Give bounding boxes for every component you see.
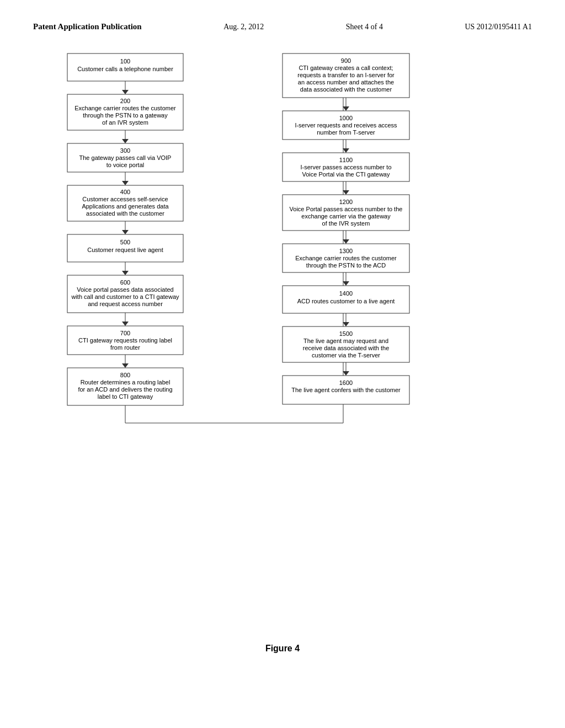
page-header: Patent Application Publication Aug. 2, 2… xyxy=(0,0,565,31)
svg-text:400: 400 xyxy=(120,189,130,195)
svg-text:The live agent may request and: The live agent may request and xyxy=(303,338,388,344)
flowchart-diagram: 100 Customer calls a telephone number 20… xyxy=(34,48,531,627)
svg-text:an access number and attaches : an access number and attaches the xyxy=(298,79,394,85)
svg-text:for an ACD and delivers the ro: for an ACD and delivers the routing xyxy=(78,386,172,393)
svg-text:1300: 1300 xyxy=(339,248,353,254)
svg-text:and request access number: and request access number xyxy=(88,301,163,307)
svg-marker-85 xyxy=(343,281,349,286)
svg-text:Exchange carrier routes the cu: Exchange carrier routes the customer xyxy=(295,255,397,261)
svg-text:Voice portal passes data assoc: Voice portal passes data associated xyxy=(77,286,174,293)
svg-text:1600: 1600 xyxy=(339,379,353,386)
svg-text:800: 800 xyxy=(120,372,130,378)
svg-text:requests a transfer to an I-se: requests a transfer to an I-server for xyxy=(297,72,395,78)
svg-text:with call and customer to a CT: with call and customer to a CTI gateway xyxy=(71,293,179,300)
svg-text:The live agent confers with th: The live agent confers with the customer xyxy=(291,387,401,393)
svg-text:receive data associated with t: receive data associated with the xyxy=(303,345,390,351)
svg-text:of the IVR system: of the IVR system xyxy=(322,220,370,227)
svg-text:through the PSTN to a gateway: through the PSTN to a gateway xyxy=(83,112,168,119)
svg-text:through the PSTN to the ACD: through the PSTN to the ACD xyxy=(306,262,386,269)
svg-marker-17 xyxy=(122,181,129,185)
svg-marker-66 xyxy=(343,148,349,153)
svg-text:1100: 1100 xyxy=(339,157,353,163)
svg-text:100: 100 xyxy=(120,58,130,65)
svg-text:ACD routes customer to a live : ACD routes customer to a live agent xyxy=(297,298,395,304)
svg-text:CTI gateway requests routing l: CTI gateway requests routing label xyxy=(78,337,172,344)
svg-text:from router: from router xyxy=(110,344,140,351)
svg-marker-24 xyxy=(122,230,129,234)
svg-text:data associated with the custo: data associated with the customer xyxy=(300,86,392,93)
svg-text:Customer request live agent: Customer request live agent xyxy=(87,247,163,253)
svg-text:300: 300 xyxy=(120,147,130,154)
svg-marker-79 xyxy=(343,239,349,244)
svg-text:Router determines a routing la: Router determines a routing label xyxy=(81,379,170,386)
svg-marker-36 xyxy=(122,322,129,326)
svg-text:1200: 1200 xyxy=(339,199,353,205)
svg-text:700: 700 xyxy=(120,330,130,336)
svg-marker-72 xyxy=(343,190,349,195)
svg-text:label to CTI gateway: label to CTI gateway xyxy=(98,393,153,400)
sheet-info: Sheet 4 of 4 xyxy=(346,23,383,31)
svg-text:The gateway passes call via VO: The gateway passes call via VOIP xyxy=(79,154,172,161)
svg-text:I-server passes access number : I-server passes access number to xyxy=(300,164,391,170)
svg-text:customer via the T-server: customer via the T-server xyxy=(312,352,380,358)
svg-text:1400: 1400 xyxy=(339,290,353,297)
svg-marker-60 xyxy=(343,106,349,111)
svg-text:of an IVR system: of an IVR system xyxy=(102,119,148,126)
svg-marker-11 xyxy=(122,139,129,143)
svg-marker-29 xyxy=(122,271,129,275)
svg-text:Voice Portal via the CTI gatew: Voice Portal via the CTI gateway xyxy=(302,171,390,178)
svg-text:number from T-server: number from T-server xyxy=(317,129,375,136)
svg-text:CTI gateway creates a call con: CTI gateway creates a call context; xyxy=(299,65,393,71)
svg-text:Customer calls a telephone num: Customer calls a telephone number xyxy=(77,66,173,72)
svg-marker-42 xyxy=(122,363,129,368)
svg-marker-90 xyxy=(343,322,349,326)
svg-text:200: 200 xyxy=(120,98,130,104)
svg-text:1000: 1000 xyxy=(339,115,353,121)
svg-marker-97 xyxy=(343,371,349,376)
svg-text:500: 500 xyxy=(120,239,130,245)
svg-text:Customer accesses self-service: Customer accesses self-service xyxy=(82,196,168,202)
publication-date: Aug. 2, 2012 xyxy=(223,23,264,31)
figure-caption: Figure 4 xyxy=(0,644,565,654)
svg-text:600: 600 xyxy=(120,279,130,286)
svg-text:associated with the customer: associated with the customer xyxy=(86,210,164,217)
svg-text:exchange carrier via the gatew: exchange carrier via the gateway xyxy=(301,213,391,220)
svg-text:Exchange carrier routes the cu: Exchange carrier routes the customer xyxy=(74,105,176,111)
svg-marker-4 xyxy=(122,90,129,94)
svg-text:I-server requests and receives: I-server requests and receives access xyxy=(295,122,397,129)
patent-number: US 2012/0195411 A1 xyxy=(465,23,532,31)
svg-text:Voice Portal passes access num: Voice Portal passes access number to the xyxy=(290,206,403,212)
svg-text:900: 900 xyxy=(341,57,351,64)
svg-text:1500: 1500 xyxy=(339,330,353,337)
publication-label: Patent Application Publication xyxy=(33,22,142,31)
svg-text:Applications and generates dat: Applications and generates data xyxy=(82,203,169,210)
svg-text:to voice portal: to voice portal xyxy=(106,162,144,168)
